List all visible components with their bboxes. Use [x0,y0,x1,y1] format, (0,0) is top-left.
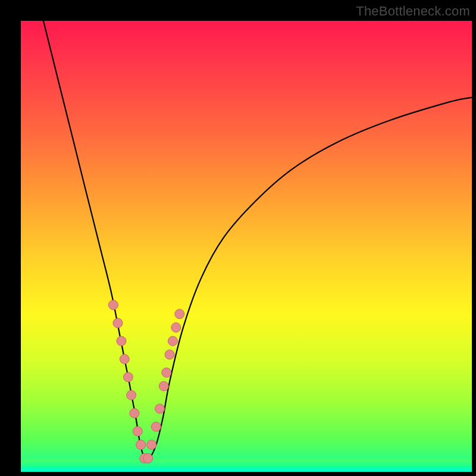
sample-dot [133,427,142,436]
sample-dot [147,440,156,450]
sample-dots-group [108,300,184,464]
sample-dot [120,355,129,364]
sample-dot [113,318,123,328]
bottleneck-curve [43,21,472,460]
curve-layer [21,21,472,472]
sample-dot [108,300,118,310]
sample-dot [171,322,181,332]
plot-area [21,21,472,472]
sample-dot [123,372,133,382]
sample-dot [168,336,177,346]
sample-dot [136,440,146,450]
sample-dot [159,381,168,391]
sample-dot [165,350,174,359]
sample-dot [117,336,126,346]
sample-dot [143,453,153,463]
watermark-text: TheBottleneck.com [356,4,470,19]
sample-dot [155,404,165,414]
sample-dot [130,409,139,418]
sample-dot [175,309,184,319]
sample-dot [127,390,136,400]
chart-frame: TheBottleneck.com [0,0,476,476]
sample-dot [151,422,161,431]
sample-dot [162,368,171,377]
